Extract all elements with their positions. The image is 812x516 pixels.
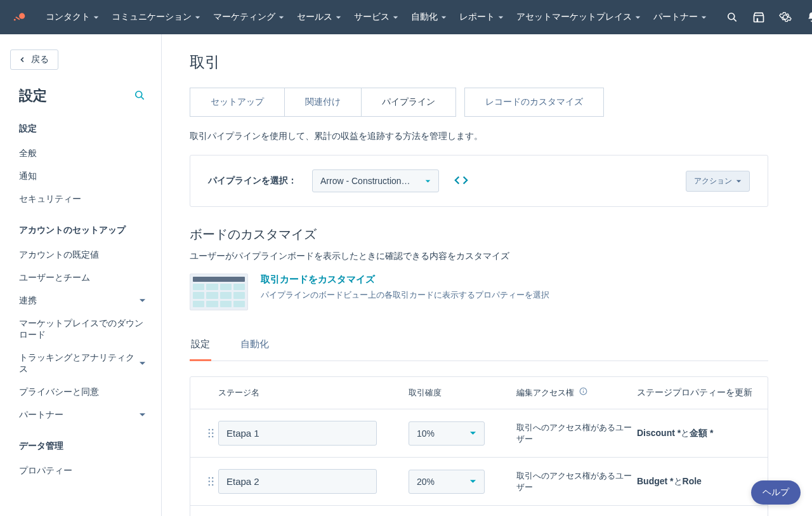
table-row: 50%取引へのアクセス権が xyxy=(190,506,768,516)
sidebar-item[interactable]: アカウントの既定値 xyxy=(19,244,146,267)
pipeline-subtabs: 設定自動化 xyxy=(190,332,768,361)
pipeline-actions-button[interactable]: アクション xyxy=(686,171,750,192)
sidebar-group-heading: データ管理 xyxy=(19,440,146,452)
sidebar-item[interactable]: マーケットプレイスでのダウンロード xyxy=(19,312,146,347)
nav-item-0[interactable]: コンタクト xyxy=(39,8,105,27)
svg-rect-2 xyxy=(15,17,20,20)
svg-point-20 xyxy=(208,477,210,479)
update-props-text: Budget *とRole xyxy=(637,476,755,487)
sidebar-item[interactable]: 連携 xyxy=(19,289,146,312)
info-icon[interactable] xyxy=(579,388,587,397)
svg-point-24 xyxy=(208,484,210,486)
nav-item-3[interactable]: セールス xyxy=(291,8,348,27)
probability-select[interactable]: 10% xyxy=(409,421,485,446)
pipeline-select[interactable]: Arrow - Construction… xyxy=(312,169,439,192)
chevron-down-icon xyxy=(393,15,398,20)
nav-item-1[interactable]: コミュニケーション xyxy=(105,8,207,27)
svg-point-17 xyxy=(211,432,213,434)
sidebar-item[interactable]: 全般 xyxy=(19,142,146,165)
sidebar-search-icon[interactable] xyxy=(133,89,146,103)
chevron-down-icon xyxy=(425,178,431,184)
stage-name-input[interactable] xyxy=(218,421,377,446)
page-title: 取引 xyxy=(190,52,768,72)
code-icon[interactable] xyxy=(454,173,468,189)
svg-point-25 xyxy=(211,484,213,486)
sidebar-group-heading: 設定 xyxy=(19,123,146,135)
tab-2[interactable]: パイプライン xyxy=(361,88,456,117)
update-props-text: Discount *と金額 * xyxy=(637,428,755,439)
sidebar-item[interactable]: パートナー xyxy=(19,404,146,427)
chevron-down-icon xyxy=(469,430,476,437)
stages-table: ステージ名 取引確度 編集アクセス権 ステージプロパティーを更新 10%取引への… xyxy=(190,376,768,516)
tab-3[interactable]: レコードのカスタマイズ xyxy=(464,88,604,117)
nav-item-7[interactable]: アセットマーケットプレイス xyxy=(510,8,647,27)
chevron-down-icon xyxy=(701,15,707,20)
svg-line-10 xyxy=(141,96,144,99)
sidebar-item[interactable]: ユーザーとチーム xyxy=(19,267,146,289)
sidebar-item[interactable]: 通知 xyxy=(19,165,146,188)
svg-point-16 xyxy=(208,432,210,434)
gear-icon[interactable] xyxy=(779,11,792,23)
drag-handle-icon[interactable] xyxy=(203,477,218,486)
main-content: 取引 セットアップ関連付けパイプラインレコードのカスタマイズ 取引パイプラインを… xyxy=(162,34,812,516)
drag-handle-icon[interactable] xyxy=(203,428,218,438)
board-customize-desc: ユーザーがパイプラインボードを表示したときに確認できる内容をカスタマイズ xyxy=(190,251,768,262)
chevron-down-icon xyxy=(93,15,99,20)
svg-line-4 xyxy=(734,19,737,22)
top-nav: コンタクトコミュニケーションマーケティングセールスサービス自動化レポートアセット… xyxy=(0,0,812,34)
svg-point-23 xyxy=(211,480,213,482)
chevron-down-icon xyxy=(498,15,504,20)
chevron-down-icon xyxy=(139,359,146,369)
chevron-down-icon xyxy=(736,178,742,184)
col-edit-access: 編集アクセス権 xyxy=(516,387,637,399)
svg-point-3 xyxy=(728,13,735,20)
svg-rect-5 xyxy=(754,16,764,22)
help-button[interactable]: ヘルプ xyxy=(751,480,801,505)
svg-point-19 xyxy=(211,436,213,438)
svg-point-14 xyxy=(208,429,210,431)
svg-point-15 xyxy=(211,429,213,431)
chevron-down-icon xyxy=(139,410,146,420)
svg-point-18 xyxy=(208,436,210,438)
col-stage-name: ステージ名 xyxy=(218,387,409,399)
subtab-0[interactable]: 設定 xyxy=(190,332,211,361)
edit-access-text: 取引へのアクセス権があるユーザー xyxy=(516,422,637,445)
svg-rect-1 xyxy=(14,19,16,21)
sidebar-item[interactable]: プライバシーと同意 xyxy=(19,381,146,404)
sidebar-item[interactable]: トラッキングとアナリティクス xyxy=(19,347,146,381)
action-label: アクション xyxy=(694,176,732,187)
marketplace-icon[interactable] xyxy=(752,11,765,23)
board-customize-heading: ボードのカスタマイズ xyxy=(190,226,768,243)
subtab-1[interactable]: 自動化 xyxy=(239,332,270,361)
nav-item-2[interactable]: マーケティング xyxy=(207,8,291,27)
col-deal-probability: 取引確度 xyxy=(409,387,516,399)
back-button[interactable]: 戻る xyxy=(10,50,58,70)
pipeline-select-label: パイプラインを選択： xyxy=(208,175,297,187)
nav-item-8[interactable]: パートナー xyxy=(647,8,713,27)
nav-item-5[interactable]: 自動化 xyxy=(405,8,453,27)
nav-item-6[interactable]: レポート xyxy=(453,8,510,27)
settings-sidebar: 戻る 設定 設定全般通知セキュリティーアカウントのセットアップアカウントの既定値… xyxy=(0,34,162,516)
customize-deal-card-desc: パイプラインのボードビュー上の各取引カードに表示するプロパティーを選択 xyxy=(261,289,549,301)
table-row: 10%取引へのアクセス権があるユーザーDiscount *と金額 * xyxy=(190,409,768,458)
tab-0[interactable]: セットアップ xyxy=(190,88,285,117)
chevron-down-icon xyxy=(139,296,146,306)
tab-1[interactable]: 関連付け xyxy=(284,88,362,117)
customize-deal-card-link[interactable]: 取引カードをカスタマイズ xyxy=(261,274,375,284)
bell-icon[interactable] xyxy=(806,11,812,23)
col-update-props: ステージプロパティーを更新 xyxy=(637,387,755,399)
table-row: 20%取引へのアクセス権があるユーザーBudget *とRole xyxy=(190,458,768,506)
object-tabs: セットアップ関連付けパイプラインレコードのカスタマイズ xyxy=(190,88,768,117)
nav-item-4[interactable]: サービス xyxy=(348,8,405,27)
search-icon[interactable] xyxy=(726,11,738,23)
sidebar-group-heading: アカウントのセットアップ xyxy=(19,225,146,236)
page-description: 取引パイプラインを使用して、累計の収益を追跡する方法を管理します。 xyxy=(190,131,768,142)
svg-rect-6 xyxy=(757,18,759,22)
settings-heading: 設定 xyxy=(19,86,47,105)
probability-select[interactable]: 20% xyxy=(409,470,485,494)
pipeline-selector-panel: パイプラインを選択： Arrow - Construction… アクション xyxy=(190,155,768,207)
hubspot-logo-icon[interactable] xyxy=(13,10,27,25)
sidebar-item[interactable]: セキュリティー xyxy=(19,188,146,211)
sidebar-item[interactable]: プロパティー xyxy=(19,460,146,482)
stage-name-input[interactable] xyxy=(218,469,377,494)
